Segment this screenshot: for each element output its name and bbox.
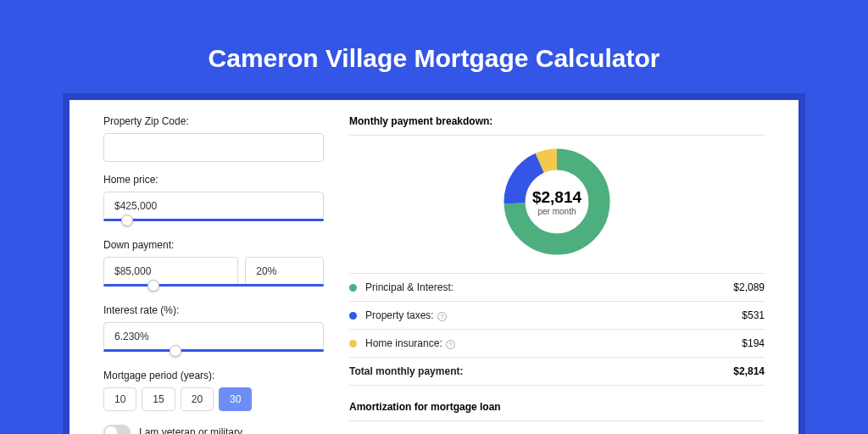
zip-input[interactable] [103,133,324,162]
breakdown-row-principal: Principal & Interest: $2,089 [349,274,765,302]
breakdown-value: $531 [742,309,765,321]
dot-icon [349,340,357,348]
breakdown-header: Monthly payment breakdown: [349,115,765,136]
home-price-input[interactable] [103,192,324,220]
calculator-card: Property Zip Code: Home price: Down paym… [70,100,798,434]
form-panel: Property Zip Code: Home price: Down paym… [70,115,324,434]
breakdown-value: $194 [742,337,765,349]
dot-icon [349,312,357,320]
zip-label: Property Zip Code: [103,115,324,127]
breakdown-value: $2,089 [733,281,765,293]
period-option-30[interactable]: 30 [219,387,252,411]
payment-donut-chart: $2,814 per month [501,146,613,258]
down-payment-slider[interactable] [103,284,324,292]
donut-sub-label: per month [537,207,576,216]
interest-rate-slider[interactable] [103,349,324,358]
interest-rate-label: Interest rate (%): [103,304,324,316]
period-option-20[interactable]: 20 [181,387,214,411]
breakdown-label: Home insurance:? [365,337,742,349]
breakdown-panel: Monthly payment breakdown: $2,814 per mo… [349,115,798,434]
home-price-label: Home price: [103,174,324,186]
breakdown-label: Principal & Interest: [365,281,733,293]
breakdown-row-taxes: Property taxes:? $531 [349,302,765,330]
period-option-15[interactable]: 15 [142,387,175,411]
down-payment-pct-input[interactable] [245,257,324,286]
interest-rate-input[interactable] [103,322,324,351]
page-title: Cameron Village Mortgage Calculator [0,0,868,93]
total-label: Total monthly payment: [349,365,733,377]
breakdown-row-total: Total monthly payment: $2,814 [349,358,765,386]
info-icon[interactable]: ? [437,312,447,321]
info-icon[interactable]: ? [446,340,455,349]
breakdown-label: Property taxes:? [365,309,742,321]
veteran-label: I am veteran or military [139,426,242,434]
donut-total-value: $2,814 [532,188,581,207]
period-option-10[interactable]: 10 [103,387,136,411]
amortization-section: Amortization for mortgage loan Amortizat… [349,401,765,434]
card-shadow: Property Zip Code: Home price: Down paym… [63,93,805,434]
mortgage-period-group: 10 15 20 30 [103,387,324,411]
down-payment-input[interactable] [103,257,238,286]
total-value: $2,814 [733,365,765,377]
dot-icon [349,284,357,292]
veteran-toggle[interactable] [103,425,131,434]
amortization-header: Amortization for mortgage loan [349,401,765,421]
mortgage-period-label: Mortgage period (years): [103,370,324,381]
down-payment-label: Down payment: [103,239,324,251]
breakdown-row-insurance: Home insurance:? $194 [349,330,765,358]
home-price-slider[interactable] [103,219,324,227]
